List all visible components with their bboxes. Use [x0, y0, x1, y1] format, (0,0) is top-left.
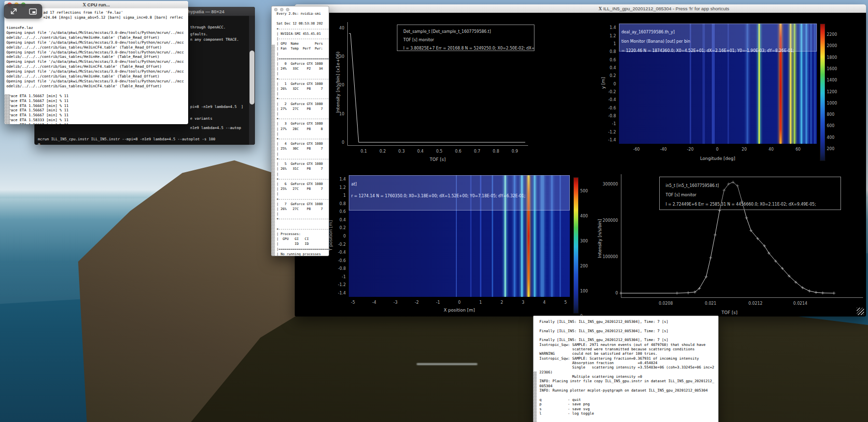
- terminal-line: gfaults.: [190, 32, 208, 36]
- heatmap-image: at]r = 1274.14 N = 1760350.0; X0=3.18E+0…: [349, 175, 570, 297]
- legend-line: = 1220.46 N = 1874360.0; X0=4.52E+01; dX…: [621, 46, 816, 55]
- heatmap-legend: deal_ay_1607759586.th_y]tion Monitor (Ba…: [619, 24, 817, 52]
- axis-tick-label: 0: [703, 147, 731, 152]
- hypatia-scrollbar-track[interactable]: [249, 16, 255, 145]
- axis-tick-label: -0.8: [596, 113, 616, 118]
- axis-tick-label: -20: [676, 147, 704, 152]
- axis-tick-label: 1: [326, 193, 346, 198]
- legend-line: I = 2.72449E+6 Err = 2585.31 N = 4456660…: [666, 200, 840, 209]
- colorbar: [573, 177, 579, 314]
- axis-tick-label: 0.2: [596, 73, 616, 78]
- plot-grid: 0102030400.10.20.30.40.50.60.70.80.9Inte…: [295, 13, 866, 316]
- cpu-run-terminal-output: ad 17 reflections from file 'Fe.laz' =24…: [4, 8, 188, 124]
- colorbar-tick-label: 200: [827, 146, 835, 151]
- terminal-line: through OpenACC.: [190, 25, 225, 29]
- terminal-line: n1e9 lambda=4.5 --autop: [190, 126, 241, 130]
- colorbar-tick-label: 100: [580, 289, 588, 293]
- axis-tick-label: 0.0214: [786, 301, 814, 306]
- axis-tick-label: 0.6: [596, 57, 616, 62]
- minimize-button[interactable]: [280, 8, 283, 11]
- axis-tick-label: 20: [730, 147, 758, 152]
- axis-tick-label: 0: [596, 81, 616, 86]
- legend-line: deal_ay_1607759586.th_y]: [621, 27, 816, 37]
- log-scrollbar[interactable]: [533, 371, 537, 422]
- expand-arrows-icon[interactable]: [8, 7, 19, 16]
- terminal-window-mcrun-log[interactable]: Finally [ILL_IN5: ILL_IN5_gpu_20201212_0…: [533, 316, 719, 422]
- hypatia-title: hypatia — 80×24: [188, 9, 224, 14]
- axis-tick-label: 60: [784, 147, 812, 152]
- colorbar-tick-label: 600: [827, 123, 835, 128]
- screen-capture-overlay[interactable]: [4, 4, 42, 19]
- colorbar-tick-label: 2200: [827, 32, 837, 37]
- colorbar-tick-label: 200: [580, 264, 588, 268]
- screen-record-icon[interactable]: [28, 7, 38, 16]
- x-axis-label: X position [m]: [425, 308, 494, 313]
- axis-tick-label: 0.021: [697, 301, 725, 306]
- terminal-line: pi=8 -n1e9 lambda=4.5 ]: [190, 105, 243, 109]
- axis-tick-label: -1.2: [326, 282, 346, 287]
- axis-tick-label: 1.4: [596, 25, 616, 30]
- heatmap-legend: at]r = 1274.14 N = 1760350.0; X0=3.18E+0…: [349, 175, 570, 211]
- axis-tick-label: 0.8: [326, 201, 346, 206]
- legend-line: tion Monitor (Banana) [out] per bin: [621, 37, 816, 46]
- wave-foam: [417, 363, 477, 365]
- y-axis-label: Intensity [n/s/bin]: [597, 209, 602, 268]
- legend-line: TOF [s] monitor: [403, 36, 534, 44]
- legend-line: at]: [351, 179, 569, 190]
- colorbar-tick-label: 2000: [827, 43, 837, 48]
- close-button[interactable]: [274, 8, 278, 11]
- colorbar-tick-label: 1600: [827, 66, 837, 71]
- axis-tick-label: -1: [326, 274, 346, 279]
- terminal-line: @: [38, 142, 40, 145]
- colorbar-tick-label: 500: [580, 188, 588, 193]
- cpu-run-lines: tions=Fe.laz Opening input file '/u/data…: [6, 26, 184, 124]
- terminal-window-nvidia-smi[interactable]: Every 2.0s: nvidia-smi Sat Dec 12 08:53:…: [271, 6, 329, 256]
- axis-tick-label: -1: [596, 121, 616, 126]
- plot-legend: Det_sample_t [Det_sample_t_1607759586.t]…: [397, 25, 534, 51]
- colorbar: [820, 24, 825, 161]
- terminal-line: ad 17 reflections from file 'Fe.laz': [43, 10, 123, 15]
- colorbar-tick-label: 300: [580, 238, 588, 243]
- cpu-run-scrollbar[interactable]: [4, 94, 10, 124]
- axis-tick-label: 0.8: [596, 49, 616, 54]
- axis-tick-label: 1.2: [596, 33, 616, 38]
- x-axis-label: TOF [s]: [695, 310, 764, 315]
- plot-window-titlebar[interactable]: X ILL_IN5_gpu_20201212_085304 - Press 'h…: [295, 4, 866, 13]
- x11-icon: X: [598, 6, 602, 11]
- colorbar-tick-label: 1000: [827, 101, 837, 106]
- mcrun-log-output: Finally [ILL_IN5: ILL_IN5_gpu_20201212_0…: [539, 319, 714, 416]
- axis-tick-label: 0.4: [596, 65, 616, 70]
- terminal-line: mcrun ILL_IN5_cpu.instr ILL_IN5.instr --…: [38, 137, 215, 141]
- axis-tick-label: 0.9: [501, 149, 529, 154]
- plot-window[interactable]: X ILL_IN5_gpu_20201212_085304 - Press 'h…: [295, 4, 866, 316]
- colorbar-tick-label: 400: [580, 213, 588, 218]
- colorbar-tick-label: 800: [827, 112, 835, 117]
- desktop: hypatia — 80×24 through OpenACC.gfaults.…: [0, 0, 868, 422]
- axis-tick-label: 0.0208: [652, 301, 679, 306]
- zoom-button[interactable]: [286, 8, 289, 11]
- x11-icon: X: [83, 2, 86, 7]
- terminal-line: n any component TRACE.: [190, 37, 239, 42]
- hypatia-scrollbar-thumb[interactable]: [250, 51, 254, 105]
- y-axis-label: y [m]: [601, 53, 606, 112]
- axis-tick-label: 1: [596, 41, 616, 46]
- axis-tick-label: -0.6: [596, 106, 616, 110]
- axis-tick-label: 300000: [598, 182, 618, 186]
- legend-line: in5_t [in5_t_1607759586.t]: [666, 181, 840, 190]
- colorbar-tick-label: 400: [827, 135, 835, 140]
- terminal-window-cpu-run[interactable]: X CPU run... ad 17 reflections from file…: [4, 1, 188, 124]
- axis-tick-label: -0.2: [596, 89, 616, 94]
- plot-legend: in5_t [in5_t_1607759586.t]TOF [s] monito…: [659, 177, 841, 210]
- axis-tick-label: 1.4: [326, 177, 346, 182]
- nvidia-scrollbar[interactable]: [272, 45, 275, 256]
- resize-grip[interactable]: [857, 308, 864, 315]
- axis-tick-label: 0.0212: [742, 301, 769, 306]
- legend-line: Det_sample_t [Det_sample_t_1607759586.t]: [403, 27, 534, 36]
- colorbar-tick-label: 1200: [827, 89, 837, 94]
- axis-tick-label: 1.2: [326, 185, 346, 190]
- axis-tick-label: -1.4: [596, 137, 616, 142]
- legend-line: r = 1274.14 N = 1760350.0; X0=3.18E+00; …: [351, 190, 569, 202]
- legend-line: I = 3.80825E+7 Err = 20168.8 N = 5249250…: [403, 44, 534, 53]
- nvidia-smi-output: Every 2.0s: nvidia-smi Sat Dec 12 08:53:…: [277, 11, 329, 256]
- axis-tick-label: -0.8: [326, 266, 346, 271]
